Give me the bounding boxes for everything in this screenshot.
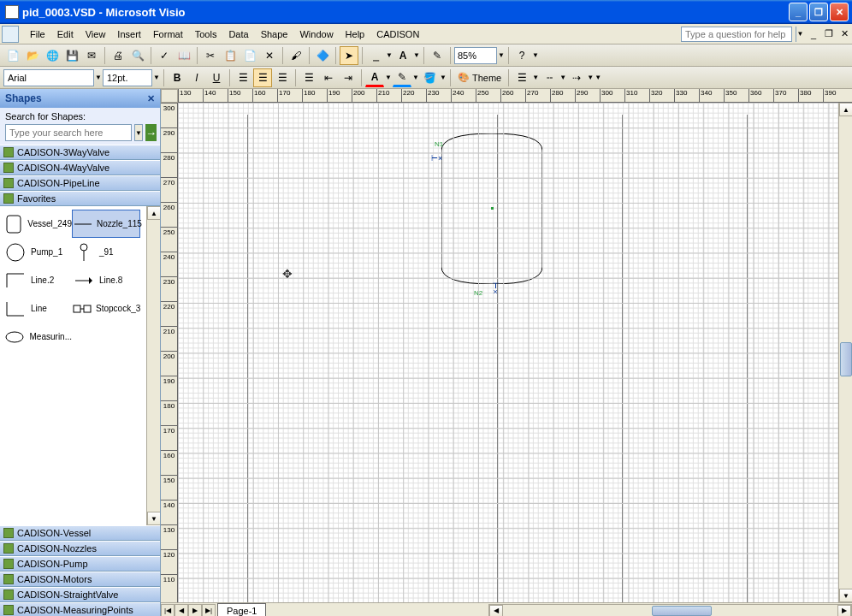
scroll-down-icon[interactable]: ▼	[147, 512, 160, 525]
zoom-combo[interactable]: 85%	[454, 47, 497, 64]
menu-tools[interactable]: Tools	[189, 27, 223, 42]
line-weight-button[interactable]: ☰	[512, 68, 531, 87]
bullets-button[interactable]: ☰	[299, 68, 318, 87]
shapes-close-icon[interactable]: ✕	[147, 93, 155, 104]
mail-button[interactable]: ✉	[82, 46, 101, 65]
text-dropdown-icon[interactable]: ▼	[413, 51, 420, 59]
shape-stopcock-3[interactable]: Stopcock_3	[72, 294, 140, 323]
shape-line-2[interactable]: Line.2	[3, 266, 72, 294]
text-button[interactable]: A	[393, 46, 412, 65]
visio-icon[interactable]	[2, 26, 19, 43]
shapes-search-input[interactable]	[5, 124, 132, 141]
align-center-button[interactable]: ☰	[253, 68, 272, 87]
connection-point-2[interactable]: ⊢×	[491, 282, 500, 293]
bold-button[interactable]: B	[168, 68, 186, 87]
pointer-tool-button[interactable]: ➤	[340, 46, 358, 65]
menu-data[interactable]: Data	[222, 27, 254, 42]
menu-edit[interactable]: Edit	[51, 27, 80, 42]
drawing-canvas[interactable]: N1 N2 ⊢× ⊢× ✥	[178, 103, 838, 602]
paste-button[interactable]: 📄	[240, 46, 259, 65]
line-ends-button[interactable]: ⇢	[567, 68, 586, 87]
web-button[interactable]: 🌐	[43, 46, 62, 65]
doc-restore-icon[interactable]: ❐	[823, 28, 835, 40]
stencil-cadison-4wayvalve[interactable]: CADISON-4WayValve	[0, 160, 160, 175]
horizontal-scrollbar[interactable]: ◀ ▶	[488, 604, 852, 617]
shape-line-8[interactable]: Line.8	[72, 266, 140, 294]
shape-vessel-249[interactable]: Vessel_249	[3, 210, 72, 238]
spell-button[interactable]: ✓	[155, 46, 174, 65]
favorites-scrollbar[interactable]: ▲ ▼	[146, 206, 160, 525]
shape-line[interactable]: Line	[3, 294, 72, 323]
page-tab[interactable]: Page-1	[217, 603, 266, 616]
line-pattern-dropdown-icon[interactable]: ▼	[559, 74, 566, 81]
tab-last-button[interactable]: ▶|	[202, 604, 216, 617]
menu-shape[interactable]: Shape	[255, 27, 294, 42]
stencil-cadison-nozzles[interactable]: CADISON-Nozzles	[0, 541, 160, 556]
doc-close-icon[interactable]: ✕	[838, 28, 850, 40]
shape-pump-1[interactable]: Pump_1	[3, 238, 72, 266]
menu-view[interactable]: View	[80, 27, 112, 42]
menu-file[interactable]: File	[24, 27, 51, 42]
line-color-dropdown-icon[interactable]: ▼	[412, 74, 419, 81]
close-button[interactable]: ✕	[830, 3, 849, 21]
align-left-button[interactable]: ☰	[234, 68, 252, 87]
theme-button[interactable]: 🎨Theme	[454, 68, 505, 87]
help-dropdown-icon[interactable]: ▼	[796, 27, 804, 42]
hscroll-right-icon[interactable]: ▶	[837, 605, 851, 617]
menu-window[interactable]: Window	[293, 27, 339, 42]
shapes-button[interactable]: 🔷	[313, 46, 332, 65]
format-painter-button[interactable]: 🖌	[287, 46, 305, 65]
vscroll-thumb[interactable]	[840, 342, 852, 376]
font-color-button[interactable]: A	[365, 68, 384, 87]
shape-nozzle-115[interactable]: Nozzle_115	[72, 210, 140, 238]
hscroll-thumb[interactable]	[652, 606, 712, 616]
line-color-button[interactable]: ✎	[393, 68, 411, 87]
tab-prev-button[interactable]: ◀	[175, 604, 188, 617]
ink-button[interactable]: ✎	[428, 46, 447, 65]
font-color-dropdown-icon[interactable]: ▼	[385, 74, 392, 81]
underline-button[interactable]: U	[207, 68, 226, 87]
connection-point-1[interactable]: ⊢×	[431, 154, 442, 163]
connector-button[interactable]: ⎯	[366, 46, 385, 65]
toolbar-options-icon[interactable]: ▼	[532, 51, 539, 59]
shape-measurin---[interactable]: Measurin...	[3, 323, 72, 351]
size-dropdown-icon[interactable]: ▼	[153, 74, 160, 81]
minimize-button[interactable]: _	[789, 3, 808, 21]
help-search-input[interactable]	[681, 27, 792, 42]
stencil-cadison-3wayvalve[interactable]: CADISON-3WayValve	[0, 145, 160, 160]
line-ends-dropdown-icon[interactable]: ▼	[587, 74, 594, 81]
save-button[interactable]: 💾	[62, 46, 81, 65]
indent-dec-button[interactable]: ⇤	[319, 68, 338, 87]
preview-button[interactable]: 🔍	[128, 46, 147, 65]
new-button[interactable]: 📄	[3, 46, 22, 65]
doc-minimize-icon[interactable]: _	[808, 28, 819, 40]
fill-dropdown-icon[interactable]: ▼	[440, 74, 447, 81]
print-button[interactable]: 🖨	[109, 46, 127, 65]
fill-button[interactable]: 🪣	[420, 68, 439, 87]
line-pattern-button[interactable]: ╌	[540, 68, 559, 87]
font-dropdown-icon[interactable]: ▼	[95, 74, 102, 81]
menu-format[interactable]: Format	[147, 27, 189, 42]
stencil-favorites[interactable]: Favorites	[0, 191, 160, 206]
research-button[interactable]: 📖	[175, 46, 193, 65]
font-combo[interactable]: Arial	[3, 69, 94, 86]
stencil-cadison-pipeline[interactable]: CADISON-PipeLine	[0, 175, 160, 191]
connector-dropdown-icon[interactable]: ▼	[386, 51, 393, 59]
vscroll-down-icon[interactable]: ▼	[839, 589, 852, 602]
search-go-button[interactable]: →	[145, 124, 157, 141]
hscroll-left-icon[interactable]: ◀	[489, 605, 503, 617]
vertical-scrollbar[interactable]: ▲ ▼	[838, 103, 852, 602]
vscroll-up-icon[interactable]: ▲	[839, 103, 852, 116]
format-options-icon[interactable]: ▼	[595, 74, 601, 81]
maximize-button[interactable]: ❐	[809, 3, 828, 21]
stencil-cadison-measuringpoints[interactable]: CADISON-MeasuringPoints	[0, 602, 160, 616]
open-button[interactable]: 📂	[23, 46, 42, 65]
italic-button[interactable]: I	[187, 68, 206, 87]
indent-inc-button[interactable]: ⇥	[339, 68, 358, 87]
delete-button[interactable]: ✕	[260, 46, 279, 65]
cut-button[interactable]: ✂	[201, 46, 220, 65]
search-dropdown-icon[interactable]: ▼	[134, 124, 143, 141]
font-size-combo[interactable]: 12pt.	[103, 69, 152, 86]
align-right-button[interactable]: ☰	[273, 68, 292, 87]
stencil-cadison-pump[interactable]: CADISON-Pump	[0, 556, 160, 572]
